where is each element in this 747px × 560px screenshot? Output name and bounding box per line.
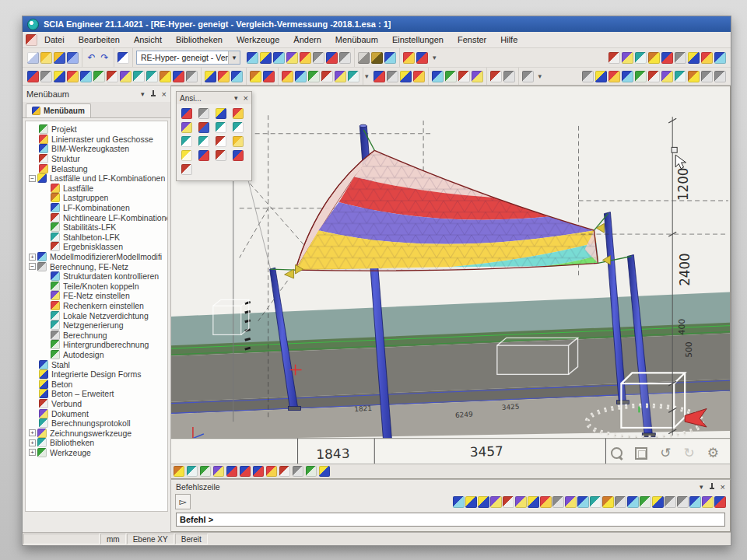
table-tool-icon-2[interactable] [295, 71, 307, 82]
cube-icon[interactable] [403, 52, 415, 64]
gear-icon[interactable]: ⚙ [707, 446, 719, 460]
view-direction-icon[interactable] [181, 122, 192, 133]
tree-item[interactable]: Hintergrundberechnung [26, 340, 167, 350]
node-tool-icon-1[interactable] [250, 71, 261, 82]
axon-view-icon-3[interactable] [216, 108, 226, 119]
beam-tool-icon-13[interactable] [186, 71, 198, 82]
expander-icon[interactable]: + [29, 449, 36, 456]
tree-item[interactable]: Linienraster und Geschosse [26, 135, 167, 145]
clipping-box-icon[interactable] [233, 150, 244, 161]
tree-item[interactable]: Dokument [26, 408, 167, 418]
intersection-snap-icon[interactable] [590, 496, 601, 508]
beam-tool-icon-11[interactable] [160, 71, 171, 82]
undo-icon[interactable]: ↶ [86, 52, 97, 64]
attach-icon[interactable] [174, 466, 184, 477]
load-panel-icon-10[interactable] [701, 71, 713, 82]
tree-item[interactable]: Strukturdaten kontrollieren [26, 271, 167, 282]
update-link-icon[interactable] [247, 52, 258, 64]
scissors-icon[interactable] [503, 71, 515, 82]
save-all-icon[interactable] [54, 52, 65, 64]
tree-item[interactable]: − Lastfälle und LF-Kombinationen [26, 173, 167, 184]
menu-item[interactable]: Menübaum [328, 33, 385, 47]
zoom-in-icon[interactable] [216, 136, 226, 147]
beam-tool-icon-12[interactable] [173, 71, 184, 82]
image-export-icon[interactable] [273, 52, 285, 64]
tree-item[interactable]: Integrierte Design Forms [26, 369, 167, 380]
corner-tool-icon-8[interactable] [701, 52, 713, 64]
load-view-icon[interactable] [279, 466, 290, 477]
snap-settings-icon[interactable] [714, 496, 726, 508]
title-bar[interactable]: SCIA Engineer 21.1.4021 - [RE-Hyper- gen… [23, 16, 731, 32]
command-menu-icon[interactable]: ▾ [700, 483, 703, 491]
angle-icon[interactable] [515, 496, 527, 508]
point-icon[interactable] [503, 496, 514, 508]
table-tool-icon-4[interactable] [321, 71, 333, 82]
beam-tool-icon-8[interactable] [120, 71, 132, 82]
chevron-down-icon[interactable]: ▾ [228, 51, 240, 64]
curve-icon[interactable] [540, 496, 552, 508]
corner-tool-icon-1[interactable] [608, 52, 620, 64]
load-panel-icon-7[interactable] [661, 71, 673, 82]
beam-tool-icon-9[interactable] [133, 71, 145, 82]
corner-tool-icon-3[interactable] [635, 52, 647, 64]
tree-item[interactable]: − Berechnung, FE-Netz [26, 261, 167, 271]
layer-view-icon[interactable] [306, 466, 317, 477]
folder-transfer-icon-2[interactable] [445, 71, 457, 82]
zoom-fit-icon[interactable] [611, 447, 622, 459]
page-tool-icon-1[interactable] [374, 71, 385, 82]
intersect-icon[interactable] [218, 71, 230, 82]
status-units[interactable]: mm [100, 534, 126, 544]
menu-item[interactable]: Werkzeuge [230, 33, 286, 47]
plane-icon[interactable] [528, 496, 539, 508]
tangent-snap-icon[interactable] [627, 496, 639, 508]
toolbar-overflow[interactable]: ▾ [537, 72, 544, 80]
tree-item[interactable]: Ergebnisklassen [26, 242, 167, 252]
tree-item[interactable]: Berechnungsprotokoll [26, 418, 167, 429]
folder-transfer-icon-4[interactable] [472, 71, 483, 82]
tab-menubaum[interactable]: Menübaum [26, 103, 91, 117]
frame-icon[interactable] [339, 52, 351, 64]
tree-item[interactable]: Stabilitäts-LFK [26, 222, 167, 233]
midpoint-snap-icon[interactable] [602, 496, 614, 508]
zoom-out-icon[interactable] [198, 136, 209, 147]
tree-item[interactable]: Beton [26, 379, 167, 389]
palette-close-icon[interactable]: × [244, 93, 248, 103]
new-document-icon[interactable] [27, 52, 39, 64]
beam-tool-icon-5[interactable] [80, 71, 92, 82]
beam-tool-icon-4[interactable] [67, 71, 79, 82]
menu-item[interactable]: Hilfe [493, 33, 524, 47]
tree-item[interactable]: BIM-Werkzeugkasten [26, 144, 167, 154]
light-bulb-icon[interactable] [181, 150, 192, 161]
tree-item[interactable]: Stahl [26, 359, 167, 369]
zoom-window-icon[interactable] [181, 136, 192, 147]
mesh-view-icon[interactable] [266, 466, 277, 477]
expander-icon[interactable]: + [29, 254, 36, 261]
folder-transfer-icon-3[interactable] [458, 71, 470, 82]
command-pin-icon[interactable] [709, 483, 715, 490]
axon-view-icon-2[interactable] [198, 108, 209, 119]
copy-attributes-icon[interactable] [286, 52, 298, 64]
menu-item[interactable]: Bearbeiten [72, 33, 127, 47]
corner-tool-icon-7[interactable] [688, 52, 700, 64]
menu-item[interactable]: Bibliotheken [169, 33, 230, 47]
trim-icon[interactable] [231, 71, 243, 82]
menu-item[interactable]: Ansicht [127, 33, 169, 47]
expander-icon[interactable]: − [29, 263, 36, 270]
node-snap-icon[interactable] [640, 496, 651, 508]
corner-tool-icon-6[interactable] [675, 52, 686, 64]
line-icon[interactable] [453, 496, 465, 508]
section-icon[interactable] [213, 466, 224, 477]
redo-icon[interactable]: ↷ [99, 52, 110, 64]
load-panel-icon-6[interactable] [648, 71, 660, 82]
orbit-icon[interactable]: ↺ [660, 446, 671, 460]
load-panel-icon-2[interactable] [595, 71, 607, 82]
tree-item[interactable]: Berechnung [26, 330, 167, 340]
page-tool-icon-4[interactable] [413, 71, 425, 82]
corner-tool-icon-9[interactable] [714, 52, 726, 64]
polyline-icon[interactable] [465, 496, 477, 508]
beam-tool-icon-10[interactable] [146, 71, 158, 82]
menu-item[interactable]: Fenster [451, 33, 493, 47]
expander-icon[interactable]: + [29, 439, 36, 446]
polar-snap-icon[interactable] [677, 496, 689, 508]
label-icon[interactable] [240, 466, 251, 477]
